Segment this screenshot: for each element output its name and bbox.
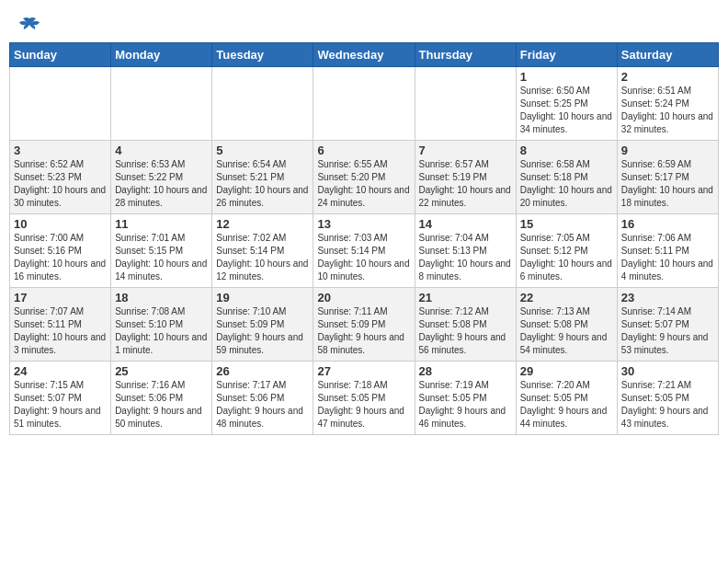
- calendar-cell: 12Sunrise: 7:02 AM Sunset: 5:14 PM Dayli…: [212, 214, 313, 288]
- day-info: Sunrise: 7:01 AM Sunset: 5:15 PM Dayligh…: [115, 232, 208, 283]
- calendar-table: SundayMondayTuesdayWednesdayThursdayFrid…: [9, 42, 719, 435]
- calendar-cell: [415, 67, 516, 141]
- day-number: 7: [419, 144, 512, 157]
- day-number: 14: [419, 217, 512, 231]
- day-number: 26: [216, 364, 309, 378]
- day-number: 9: [621, 144, 714, 157]
- day-info: Sunrise: 7:19 AM Sunset: 5:05 PM Dayligh…: [419, 379, 512, 431]
- calendar-cell: 25Sunrise: 7:16 AM Sunset: 5:06 PM Dayli…: [111, 362, 212, 435]
- day-number: 30: [621, 364, 714, 378]
- calendar-cell: [313, 67, 415, 141]
- day-info: Sunrise: 7:16 AM Sunset: 5:06 PM Dayligh…: [115, 379, 208, 431]
- day-number: 28: [419, 364, 512, 378]
- calendar-cell: 1Sunrise: 6:50 AM Sunset: 5:25 PM Daylig…: [516, 67, 617, 141]
- day-number: 13: [317, 217, 410, 231]
- day-number: 21: [419, 291, 512, 304]
- day-of-week-header: Wednesday: [313, 43, 415, 67]
- day-number: 23: [621, 291, 714, 304]
- calendar-cell: 23Sunrise: 7:14 AM Sunset: 5:07 PM Dayli…: [617, 288, 718, 362]
- day-info: Sunrise: 6:59 AM Sunset: 5:17 PM Dayligh…: [621, 158, 714, 210]
- logo-bird-icon: [19, 17, 40, 33]
- calendar-cell: 10Sunrise: 7:00 AM Sunset: 5:16 PM Dayli…: [10, 214, 111, 288]
- day-info: Sunrise: 6:57 AM Sunset: 5:19 PM Dayligh…: [419, 158, 512, 210]
- calendar-cell: 19Sunrise: 7:10 AM Sunset: 5:09 PM Dayli…: [212, 288, 313, 362]
- day-number: 25: [115, 364, 208, 378]
- day-number: 4: [115, 144, 208, 157]
- day-info: Sunrise: 6:54 AM Sunset: 5:21 PM Dayligh…: [216, 158, 309, 210]
- calendar-cell: 26Sunrise: 7:17 AM Sunset: 5:06 PM Dayli…: [212, 362, 313, 435]
- calendar-cell: 21Sunrise: 7:12 AM Sunset: 5:08 PM Dayli…: [415, 288, 516, 362]
- day-info: Sunrise: 7:06 AM Sunset: 5:11 PM Dayligh…: [621, 232, 714, 283]
- day-number: 19: [216, 291, 309, 304]
- day-info: Sunrise: 7:00 AM Sunset: 5:16 PM Dayligh…: [14, 232, 107, 283]
- calendar-cell: 15Sunrise: 7:05 AM Sunset: 5:12 PM Dayli…: [516, 214, 617, 288]
- calendar-cell: 24Sunrise: 7:15 AM Sunset: 5:07 PM Dayli…: [10, 362, 111, 435]
- calendar-cell: 2Sunrise: 6:51 AM Sunset: 5:24 PM Daylig…: [617, 67, 718, 141]
- day-number: 8: [520, 144, 613, 157]
- calendar-week-row: 10Sunrise: 7:00 AM Sunset: 5:16 PM Dayli…: [10, 214, 719, 288]
- day-number: 2: [621, 70, 714, 84]
- day-of-week-header: Saturday: [617, 43, 718, 67]
- calendar-cell: 6Sunrise: 6:55 AM Sunset: 5:20 PM Daylig…: [313, 141, 415, 214]
- calendar-week-row: 24Sunrise: 7:15 AM Sunset: 5:07 PM Dayli…: [10, 362, 719, 435]
- day-info: Sunrise: 7:20 AM Sunset: 5:05 PM Dayligh…: [520, 379, 613, 431]
- day-number: 29: [520, 364, 613, 378]
- day-info: Sunrise: 6:50 AM Sunset: 5:25 PM Dayligh…: [520, 85, 613, 136]
- day-number: 1: [520, 70, 613, 84]
- day-info: Sunrise: 7:08 AM Sunset: 5:10 PM Dayligh…: [115, 305, 208, 357]
- day-number: 6: [317, 144, 410, 157]
- day-info: Sunrise: 7:05 AM Sunset: 5:12 PM Dayligh…: [520, 232, 613, 283]
- day-number: 24: [14, 364, 107, 378]
- logo: [18, 17, 40, 33]
- calendar-cell: 29Sunrise: 7:20 AM Sunset: 5:05 PM Dayli…: [516, 362, 617, 435]
- day-info: Sunrise: 7:12 AM Sunset: 5:08 PM Dayligh…: [419, 305, 512, 357]
- calendar-header-row: SundayMondayTuesdayWednesdayThursdayFrid…: [10, 43, 719, 67]
- calendar-cell: [212, 67, 313, 141]
- day-number: 11: [115, 217, 208, 231]
- day-info: Sunrise: 6:58 AM Sunset: 5:18 PM Dayligh…: [520, 158, 613, 210]
- calendar-cell: 17Sunrise: 7:07 AM Sunset: 5:11 PM Dayli…: [10, 288, 111, 362]
- day-info: Sunrise: 7:04 AM Sunset: 5:13 PM Dayligh…: [419, 232, 512, 283]
- day-number: 20: [317, 291, 410, 304]
- calendar-cell: 18Sunrise: 7:08 AM Sunset: 5:10 PM Dayli…: [111, 288, 212, 362]
- day-number: 16: [621, 217, 714, 231]
- calendar-cell: 30Sunrise: 7:21 AM Sunset: 5:05 PM Dayli…: [617, 362, 718, 435]
- calendar-cell: 4Sunrise: 6:53 AM Sunset: 5:22 PM Daylig…: [111, 141, 212, 214]
- day-info: Sunrise: 7:13 AM Sunset: 5:08 PM Dayligh…: [520, 305, 613, 357]
- calendar-cell: 20Sunrise: 7:11 AM Sunset: 5:09 PM Dayli…: [313, 288, 415, 362]
- page-header: [9, 9, 719, 37]
- day-number: 5: [216, 144, 309, 157]
- day-info: Sunrise: 6:55 AM Sunset: 5:20 PM Dayligh…: [317, 158, 410, 210]
- day-of-week-header: Sunday: [10, 43, 111, 67]
- day-info: Sunrise: 7:02 AM Sunset: 5:14 PM Dayligh…: [216, 232, 309, 283]
- day-of-week-header: Tuesday: [212, 43, 313, 67]
- calendar-cell: 27Sunrise: 7:18 AM Sunset: 5:05 PM Dayli…: [313, 362, 415, 435]
- calendar-cell: [10, 67, 111, 141]
- day-number: 10: [14, 217, 107, 231]
- day-info: Sunrise: 6:53 AM Sunset: 5:22 PM Dayligh…: [115, 158, 208, 210]
- day-info: Sunrise: 6:51 AM Sunset: 5:24 PM Dayligh…: [621, 85, 714, 136]
- day-of-week-header: Thursday: [415, 43, 516, 67]
- day-info: Sunrise: 7:21 AM Sunset: 5:05 PM Dayligh…: [621, 379, 714, 431]
- calendar-cell: 28Sunrise: 7:19 AM Sunset: 5:05 PM Dayli…: [415, 362, 516, 435]
- day-number: 12: [216, 217, 309, 231]
- day-info: Sunrise: 6:52 AM Sunset: 5:23 PM Dayligh…: [14, 158, 107, 210]
- calendar-cell: 5Sunrise: 6:54 AM Sunset: 5:21 PM Daylig…: [212, 141, 313, 214]
- calendar-cell: 3Sunrise: 6:52 AM Sunset: 5:23 PM Daylig…: [10, 141, 111, 214]
- day-info: Sunrise: 7:15 AM Sunset: 5:07 PM Dayligh…: [14, 379, 107, 431]
- calendar-cell: 13Sunrise: 7:03 AM Sunset: 5:14 PM Dayli…: [313, 214, 415, 288]
- day-info: Sunrise: 7:07 AM Sunset: 5:11 PM Dayligh…: [14, 305, 107, 357]
- calendar-cell: 8Sunrise: 6:58 AM Sunset: 5:18 PM Daylig…: [516, 141, 617, 214]
- calendar-week-row: 17Sunrise: 7:07 AM Sunset: 5:11 PM Dayli…: [10, 288, 719, 362]
- day-number: 27: [317, 364, 410, 378]
- calendar-cell: 11Sunrise: 7:01 AM Sunset: 5:15 PM Dayli…: [111, 214, 212, 288]
- day-info: Sunrise: 7:03 AM Sunset: 5:14 PM Dayligh…: [317, 232, 410, 283]
- day-number: 15: [520, 217, 613, 231]
- calendar-cell: [111, 67, 212, 141]
- day-number: 18: [115, 291, 208, 304]
- day-info: Sunrise: 7:17 AM Sunset: 5:06 PM Dayligh…: [216, 379, 309, 431]
- day-info: Sunrise: 7:18 AM Sunset: 5:05 PM Dayligh…: [317, 379, 410, 431]
- day-of-week-header: Monday: [111, 43, 212, 67]
- day-info: Sunrise: 7:10 AM Sunset: 5:09 PM Dayligh…: [216, 305, 309, 357]
- calendar-cell: 9Sunrise: 6:59 AM Sunset: 5:17 PM Daylig…: [617, 141, 718, 214]
